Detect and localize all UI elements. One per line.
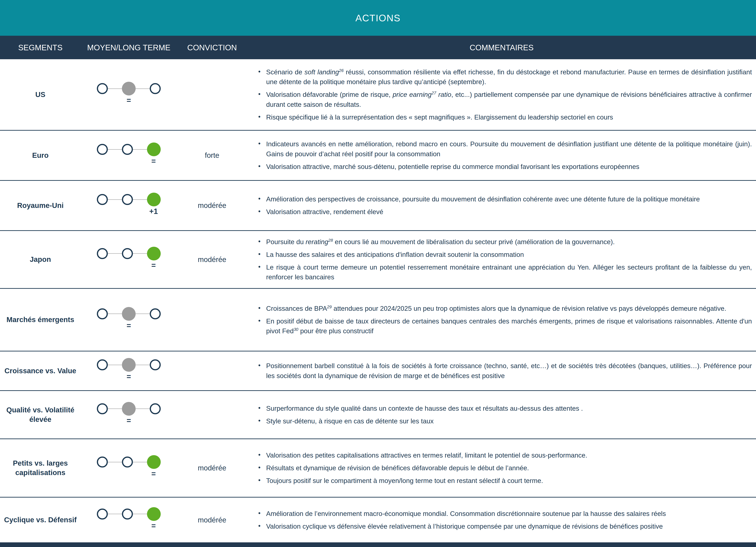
comment-item: Risque spécifique lié à la surreprésenta… (255, 112, 752, 122)
indicator-connector (108, 88, 122, 89)
indicator-connector (108, 365, 122, 365)
indicator-sign-area: = (97, 96, 161, 107)
comment-item: Positionnement barbell constitué à la fo… (255, 361, 752, 381)
indicator-sign: = (127, 96, 131, 105)
comment-item: Résultats et dynamique de révision de bé… (255, 463, 752, 473)
comments-list: Positionnement barbell constitué à la fo… (247, 359, 756, 382)
comment-item: Scénario de soft landing26 réussi, conso… (255, 67, 752, 87)
indicator-connector (108, 199, 122, 200)
table-row: Cyclique vs. Défensif=modéréeAmélioratio… (0, 498, 756, 542)
indicator-connector (133, 462, 147, 462)
term-indicator: = (81, 358, 177, 384)
indicator-dot (150, 359, 161, 370)
table-row: Euro=forteIndicateurs avancés en nette a… (0, 131, 756, 181)
indicator-sign-area: = (97, 261, 161, 272)
indicator-connector (133, 253, 147, 254)
table-row: Petits vs. larges capitalisations=modéré… (0, 439, 756, 498)
indicator-sign: = (151, 470, 156, 478)
comments-list: Croissances de BPA29 attendues pour 2024… (247, 302, 756, 338)
column-header-comments: COMMENTAIRES (247, 43, 756, 52)
term-indicator: = (81, 402, 177, 428)
segment-label: Qualité vs. Volatilité élevée (0, 405, 81, 424)
comment-item: Amélioration des perspectives de croissa… (255, 194, 752, 204)
comment-item: Valorisation attractive, marché sous-dét… (255, 162, 752, 172)
indicator-sign: +1 (149, 207, 158, 216)
indicator-dot (97, 403, 108, 414)
segment-label: Croissance vs. Value (0, 366, 81, 376)
column-header-segments: SEGMENTS (0, 43, 81, 52)
table-body: US=Scénario de soft landing26 réussi, co… (0, 59, 756, 542)
indicator-dots (97, 307, 161, 321)
indicator-connector (136, 408, 150, 409)
indicator-dot-active (147, 455, 161, 469)
indicator-dot-active (122, 402, 136, 416)
term-indicator: = (81, 455, 177, 481)
comment-item: Style sur-détenu, à risque en cas de dét… (255, 416, 752, 426)
indicator-dot (122, 509, 133, 520)
indicator-sign-area: = (97, 470, 161, 481)
comment-item: Poursuite du rerating28 en cours lié au … (255, 237, 752, 247)
table-row: Croissance vs. Value=Positionnement barb… (0, 351, 756, 391)
indicator-dot (150, 403, 161, 414)
indicator-connector (108, 514, 122, 514)
segment-label: Euro (0, 151, 81, 160)
table-row: Qualité vs. Volatilité élevée=Surperform… (0, 391, 756, 439)
indicator-dot (97, 308, 108, 319)
indicator-sign-area: = (97, 321, 161, 333)
table-row: Marchés émergents=Croissances de BPA29 a… (0, 289, 756, 351)
conviction-label: modérée (177, 255, 247, 264)
comments-list: Scénario de soft landing26 réussi, conso… (247, 65, 756, 124)
comments-list: Amélioration des perspectives de croissa… (247, 192, 756, 218)
indicator-dots (97, 358, 161, 372)
comment-item: La hausse des salaires et des anticipati… (255, 250, 752, 260)
indicator-dots (97, 82, 161, 95)
indicator-connector (136, 88, 150, 89)
indicator-dot (97, 194, 108, 205)
term-indicator: +1 (81, 193, 177, 218)
indicator-dot (97, 509, 108, 520)
comments-list: Surperformance du style qualité dans un … (247, 402, 756, 428)
column-header-term: MOYEN/LONG TERME (81, 43, 177, 52)
indicator-sign: = (127, 372, 131, 381)
conviction-label: modérée (177, 516, 247, 524)
segment-label: US (0, 90, 81, 99)
comment-item: Amélioration de l’environnement macro-éc… (255, 509, 752, 519)
comment-item: Toujours positif sur le compartiment à m… (255, 476, 752, 486)
indicator-connector (108, 149, 122, 150)
table-row: Royaume-Uni+1modéréeAmélioration des per… (0, 181, 756, 231)
indicator-dot (122, 457, 133, 468)
indicator-dots (97, 143, 161, 156)
comments-list: Indicateurs avancés en nette amélioratio… (247, 137, 756, 173)
indicator-dot (97, 248, 108, 259)
page-title: ACTIONS (355, 12, 401, 24)
indicator-connector (136, 365, 150, 365)
indicator-sign: = (127, 416, 131, 425)
indicator-dot (122, 144, 133, 155)
indicator-dots (97, 455, 161, 469)
table-row: US=Scénario de soft landing26 réussi, co… (0, 59, 756, 131)
table-row: Japon=modéréePoursuite du rerating28 en … (0, 231, 756, 289)
indicator-sign-area: = (97, 372, 161, 384)
indicator-connector (108, 314, 122, 314)
segment-label: Cyclique vs. Défensif (0, 515, 81, 525)
indicator-dot-active (122, 82, 136, 95)
segment-label: Royaume-Uni (0, 201, 81, 210)
comment-item: Le risque à court terme demeure un poten… (255, 262, 752, 282)
indicator-dot-active (147, 247, 161, 260)
comment-item: En positif début de baisse de taux direc… (255, 316, 752, 336)
indicator-dots (97, 193, 161, 206)
indicator-sign-area: = (97, 416, 161, 428)
indicator-dots (97, 402, 161, 416)
indicator-connector (136, 314, 150, 314)
indicator-dot (122, 194, 133, 205)
indicator-dot-active (122, 307, 136, 321)
indicator-dot (150, 83, 161, 94)
term-indicator: = (81, 247, 177, 272)
indicator-dot (97, 83, 108, 94)
indicator-dot (97, 359, 108, 370)
indicator-dot (122, 248, 133, 259)
comments-list: Poursuite du rerating28 en cours lié au … (247, 235, 756, 284)
comments-list: Amélioration de l’environnement macro-éc… (247, 507, 756, 533)
comment-item: Surperformance du style qualité dans un … (255, 403, 752, 413)
indicator-dot (97, 144, 108, 155)
